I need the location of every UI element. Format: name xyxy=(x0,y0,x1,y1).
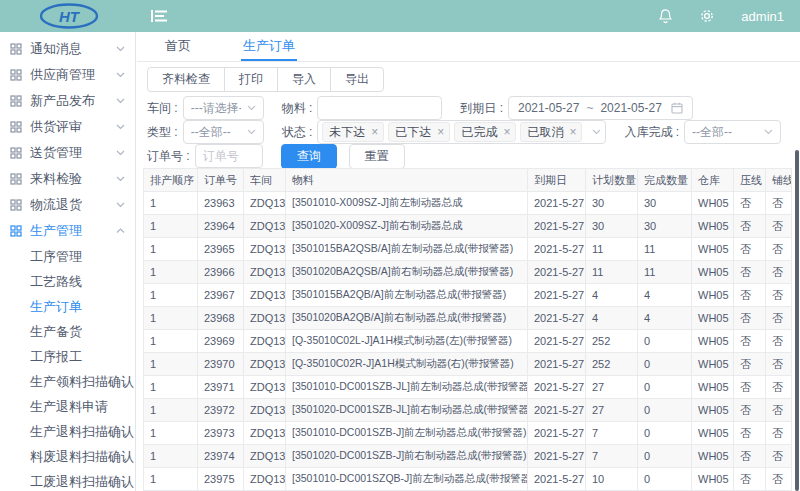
due-date-range[interactable]: 2021-05-27 ~ 2021-05-27 xyxy=(508,96,693,120)
sidebar-item[interactable]: 通知消息 xyxy=(0,36,135,62)
table-row[interactable]: 123972ZDQ13[3501020-DC001SZB-JL]前右制动器总成(… xyxy=(144,399,792,422)
sidebar-subitem[interactable]: 工序报工 xyxy=(0,344,135,369)
table-cell: 2021-5-27 xyxy=(528,192,586,215)
column-header: 完成数量 xyxy=(638,169,692,192)
tab[interactable]: 首页 xyxy=(163,32,193,61)
table-cell: 否 xyxy=(766,330,792,353)
order-no-input[interactable] xyxy=(195,144,263,168)
sidebar-subitem[interactable]: 料废退料扫描确认 xyxy=(0,444,135,469)
table-cell: 2021-5-27 xyxy=(528,330,586,353)
filter-panel: 车间 : ---请选择--- 物料 : 到期日 : 2021-05-27 ~ 2… xyxy=(137,96,800,168)
sidebar-item-label: 来料检验 xyxy=(30,170,116,188)
table-cell: 23967 xyxy=(198,284,244,307)
vertical-scrollbar[interactable] xyxy=(795,150,799,491)
reset-button[interactable]: 重置 xyxy=(349,144,405,169)
order-no-label: 订单号 : xyxy=(147,148,190,165)
table-row[interactable]: 123969ZDQ13[Q-35010C02L-J]A1H模式制动器(左)(带报… xyxy=(144,330,792,353)
close-icon[interactable]: × xyxy=(500,126,513,138)
sidebar-item[interactable]: 新产品发布 xyxy=(0,88,135,114)
sidebar-item[interactable]: 来料检验 xyxy=(0,166,135,192)
table-cell: 1 xyxy=(144,422,198,445)
toolbar-button[interactable]: 齐料检查 xyxy=(147,67,225,92)
grid-icon xyxy=(10,173,22,185)
table-row[interactable]: 123975ZDQ13[3501010-DC001SZQB-J]前左制动器总成(… xyxy=(144,468,792,491)
grid-icon xyxy=(10,43,22,55)
column-header: 物料 xyxy=(286,169,528,192)
table-cell: WH05 xyxy=(692,353,734,376)
table-cell: 否 xyxy=(766,399,792,422)
scrollbar-thumb[interactable] xyxy=(795,150,799,491)
menu-fold-icon[interactable] xyxy=(151,9,167,23)
storage-done-select[interactable]: --全部-- xyxy=(684,120,781,144)
sidebar-item[interactable]: 物流退货 xyxy=(0,192,135,218)
table-cell: ZDQ13 xyxy=(244,376,286,399)
chevron-down-icon xyxy=(764,129,773,135)
table-cell: 4 xyxy=(586,284,638,307)
toolbar-button[interactable]: 导入 xyxy=(277,67,331,92)
sidebar-subitem[interactable]: 生产退料扫描确认 xyxy=(0,419,135,444)
sidebar-subitem[interactable]: 工序管理 xyxy=(0,244,135,269)
sidebar-item[interactable]: 生产管理 xyxy=(0,218,135,244)
table-row[interactable]: 123965ZDQ13[3501015BA2QSB/A]前左制动器总成(带报警器… xyxy=(144,238,792,261)
table-cell: 30 xyxy=(586,192,638,215)
table-cell: WH05 xyxy=(692,261,734,284)
sidebar-item-label: 物流退货 xyxy=(30,196,116,214)
sidebar-subitem[interactable]: 工废退料扫描确认 xyxy=(0,469,135,491)
bell-icon[interactable] xyxy=(658,8,673,24)
search-button[interactable]: 查询 xyxy=(281,144,337,169)
table-row[interactable]: 123968ZDQ13[3501020BA2QB/A]前右制动器总成(带报警器)… xyxy=(144,307,792,330)
workshop-select[interactable]: ---请选择--- xyxy=(183,96,264,120)
table-cell: 23964 xyxy=(198,215,244,238)
table-cell: 23975 xyxy=(198,468,244,491)
table-row[interactable]: 123970ZDQ13[Q-35010C02R-J]A1H模式制动器(右)(带报… xyxy=(144,353,792,376)
table-cell: 30 xyxy=(638,215,692,238)
table-row[interactable]: 123967ZDQ13[3501015BA2QB/A]前左制动器总成(带报警器)… xyxy=(144,284,792,307)
sidebar-item[interactable]: 供应商管理 xyxy=(0,62,135,88)
sidebar-subitem[interactable]: 生产订单 xyxy=(0,294,135,319)
grid-icon xyxy=(10,121,22,133)
table-row[interactable]: 123973ZDQ13[3501010-DC001SZB-J]前左制动器总成(带… xyxy=(144,422,792,445)
grid-icon xyxy=(10,95,22,107)
table-cell: WH05 xyxy=(692,215,734,238)
type-select[interactable]: --全部-- xyxy=(183,120,264,144)
table-cell: 23965 xyxy=(198,238,244,261)
table-cell: ZDQ13 xyxy=(244,468,286,491)
table-row[interactable]: 123971ZDQ13[3501010-DC001SZB-JL]前左制动器总成(… xyxy=(144,376,792,399)
close-icon[interactable]: × xyxy=(434,126,447,138)
table-cell: 23973 xyxy=(198,422,244,445)
table-cell: 4 xyxy=(586,307,638,330)
table-cell: 23963 xyxy=(198,192,244,215)
material-input[interactable] xyxy=(317,96,442,120)
date-end: 2021-05-27 xyxy=(600,101,661,115)
sidebar-subitem[interactable]: 工艺路线 xyxy=(0,269,135,294)
table-cell: [3501015BA2QSB/A]前左制动器总成(带报警器) xyxy=(286,238,528,261)
table-cell: 否 xyxy=(766,445,792,468)
table-row[interactable]: 123966ZDQ13[3501020BA2QSB/A]前右制动器总成(带报警器… xyxy=(144,261,792,284)
sidebar-subitem[interactable]: 生产领料扫描确认 xyxy=(0,369,135,394)
status-multiselect[interactable]: 未下达×已下达×已完成×已取消× xyxy=(317,120,606,144)
table-cell: 27 xyxy=(586,376,638,399)
toolbar-button[interactable]: 打印 xyxy=(224,67,278,92)
gear-icon[interactable] xyxy=(699,8,715,24)
close-icon[interactable]: × xyxy=(368,126,381,138)
table-cell: 否 xyxy=(766,307,792,330)
tab[interactable]: 生产订单 xyxy=(241,32,297,61)
table-cell: [3501010-X009SZ-J]前左制动器总成 xyxy=(286,192,528,215)
table-row[interactable]: 123964ZDQ13[3501020-X009SZ-J]前右制动器总成2021… xyxy=(144,215,792,238)
table-row[interactable]: 123974ZDQ13[3501020-DC001SZB-J]前右制动器总成(带… xyxy=(144,445,792,468)
close-icon[interactable]: × xyxy=(566,126,579,138)
table-cell: 2021-5-27 xyxy=(528,284,586,307)
sidebar-item[interactable]: 送货管理 xyxy=(0,140,135,166)
chevron-down-icon xyxy=(247,105,256,111)
sidebar-subitem[interactable]: 生产备货 xyxy=(0,319,135,344)
table-cell: 否 xyxy=(766,376,792,399)
table-cell: WH05 xyxy=(692,422,734,445)
table-cell: 30 xyxy=(586,215,638,238)
toolbar-button[interactable]: 导出 xyxy=(330,67,384,92)
table-row[interactable]: 123963ZDQ13[3501010-X009SZ-J]前左制动器总成2021… xyxy=(144,192,792,215)
table-cell: 2021-5-27 xyxy=(528,445,586,468)
table-cell: 否 xyxy=(734,215,766,238)
sidebar-subitem[interactable]: 生产退料申请 xyxy=(0,394,135,419)
sidebar-item[interactable]: 供货评审 xyxy=(0,114,135,140)
username[interactable]: admin1 xyxy=(741,9,784,24)
